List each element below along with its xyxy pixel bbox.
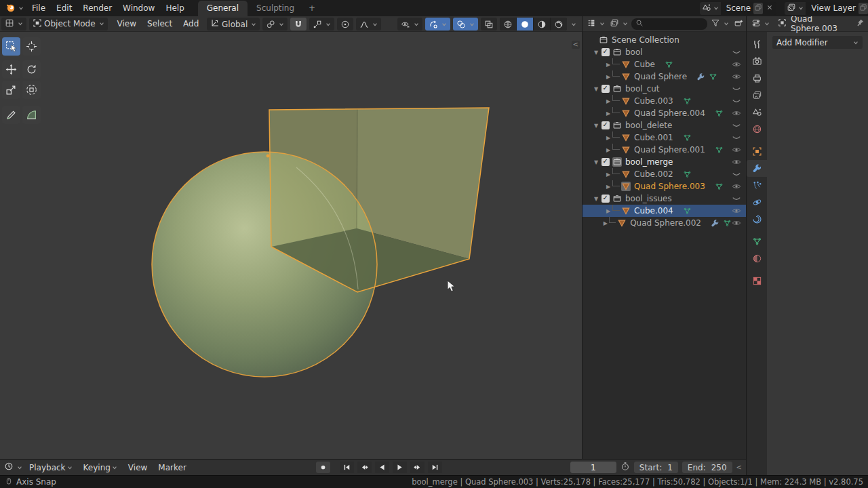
eye-closed-icon[interactable] — [732, 96, 741, 106]
tool-move[interactable] — [2, 60, 20, 79]
outliner-row-cube[interactable]: ▶Cube — [583, 58, 746, 70]
timeline-editor-type-button[interactable] — [3, 461, 24, 474]
timeline-sidebar-toggle[interactable]: < — [736, 464, 742, 471]
properties-tab-output[interactable] — [747, 70, 767, 87]
scene-name-field[interactable]: Scene — [721, 2, 777, 15]
eye-open-icon[interactable] — [732, 145, 741, 155]
visibility-button[interactable] — [397, 18, 422, 30]
timeline-menu-playback[interactable]: Playback — [24, 461, 78, 474]
properties-tab-object[interactable] — [747, 143, 767, 160]
collection-checkbox[interactable] — [601, 158, 610, 166]
jump-to-start-button[interactable] — [340, 462, 354, 473]
collapse-icon[interactable]: ▼ — [592, 86, 600, 92]
outliner-row-cube-004[interactable]: ▶Cube.004 — [583, 205, 746, 217]
editor-type-button[interactable] — [1, 18, 26, 30]
collapse-icon[interactable]: ▼ — [592, 49, 600, 56]
menu-edit[interactable]: Edit — [51, 1, 77, 15]
eye-open-icon[interactable] — [732, 108, 741, 118]
properties-tab-material[interactable] — [747, 250, 767, 267]
outliner-row-cube-003[interactable]: ▶Cube.003 — [583, 95, 746, 107]
eye-open-icon[interactable] — [732, 72, 741, 81]
eye-open-icon[interactable] — [732, 182, 741, 191]
collapse-icon[interactable]: ▼ — [592, 159, 600, 165]
eye-open-icon[interactable] — [732, 157, 741, 167]
eye-closed-icon[interactable] — [732, 169, 741, 179]
timeline-menu-view[interactable]: View — [123, 461, 153, 474]
tool-measure[interactable] — [22, 106, 41, 124]
pin-icon[interactable] — [856, 18, 865, 29]
expand-icon[interactable]: ▶ — [604, 62, 612, 68]
overlays-button[interactable] — [453, 18, 478, 30]
record-button[interactable] — [316, 462, 330, 473]
collapse-icon[interactable]: ▼ — [592, 196, 600, 202]
properties-tab-particles[interactable] — [747, 177, 767, 194]
next-keyframe-button[interactable] — [410, 462, 425, 473]
collection-checkbox[interactable] — [601, 85, 610, 93]
viewport-menu-view[interactable]: View — [112, 17, 142, 30]
outliner-row-quad-sphere[interactable]: ▶Quad Sphere — [583, 70, 746, 83]
frame-start-field[interactable]: Start: 1 — [634, 462, 678, 473]
menu-file[interactable]: File — [26, 1, 51, 15]
view-layer-name-field[interactable]: View Layer — [806, 2, 868, 15]
properties-tab-world[interactable] — [747, 121, 767, 138]
expand-icon[interactable]: ▶ — [604, 74, 612, 80]
workspace-tab-sculpting[interactable]: Sculpting — [248, 1, 303, 16]
expand-icon[interactable]: ▶ — [604, 110, 612, 117]
outliner-search-input[interactable] — [646, 19, 701, 28]
outliner-id-filter-button[interactable] — [608, 18, 629, 30]
properties-tab-tool[interactable] — [747, 36, 767, 53]
outliner-row-cube-002[interactable]: ▶Cube.002 — [583, 168, 746, 180]
frame-end-field[interactable]: End: 250 — [682, 462, 732, 473]
eye-closed-icon[interactable] — [732, 133, 741, 142]
eye-closed-icon[interactable] — [732, 121, 741, 130]
expand-icon[interactable]: ▶ — [602, 220, 610, 226]
collection-checkbox[interactable] — [601, 121, 610, 129]
menu-render[interactable]: Render — [77, 1, 117, 15]
outliner-row-quad-sphere-004[interactable]: ▶Quad Sphere.004 — [583, 107, 746, 119]
tool-annotate[interactable] — [2, 106, 20, 124]
collapse-icon[interactable]: ▼ — [592, 123, 600, 129]
shading-wireframe-button[interactable] — [500, 18, 516, 30]
eye-closed-icon[interactable] — [732, 194, 741, 203]
eye-open-icon[interactable] — [732, 60, 741, 69]
outliner-search[interactable] — [631, 18, 707, 30]
expand-icon[interactable]: ▶ — [604, 147, 612, 153]
properties-tab-physics[interactable] — [747, 194, 767, 211]
expand-icon[interactable]: ▶ — [604, 171, 612, 178]
outliner-row-bool-issues[interactable]: ▼bool_issues — [583, 192, 746, 205]
outliner-display-mode-button[interactable] — [585, 18, 606, 30]
timeline-menu-keying[interactable]: Keying — [78, 461, 123, 474]
outliner-row-bool-delete[interactable]: ▼bool_delete — [583, 119, 746, 131]
shading-rendered-button[interactable] — [551, 18, 567, 30]
snap-target-button[interactable] — [309, 18, 334, 30]
collection-checkbox[interactable] — [601, 195, 610, 203]
transform-orientation-selector[interactable]: Global — [207, 18, 260, 30]
pivot-point-button[interactable] — [262, 18, 288, 30]
outliner-filter-button[interactable] — [709, 18, 730, 30]
properties-tab-view-layer[interactable] — [747, 87, 767, 104]
shading-solid-button[interactable] — [517, 18, 533, 30]
menu-window[interactable]: Window — [117, 1, 160, 15]
shading-material-button[interactable] — [534, 18, 550, 30]
outliner-row-quad-sphere-001[interactable]: ▶Quad Sphere.001 — [583, 144, 746, 156]
timeline-menu-marker[interactable]: Marker — [153, 461, 191, 474]
add-modifier-button[interactable]: Add Modifier — [772, 36, 863, 49]
viewport-menu-select[interactable]: Select — [142, 17, 178, 30]
play-reverse-button[interactable] — [375, 462, 389, 473]
expand-icon[interactable]: ▶ — [604, 98, 612, 104]
add-workspace-button[interactable]: + — [303, 1, 321, 16]
properties-tab-texture[interactable] — [747, 272, 767, 289]
tool-rotate[interactable] — [22, 60, 41, 79]
outliner-row-bool[interactable]: ▼bool — [583, 46, 746, 58]
proportional-editing-button[interactable] — [337, 18, 353, 30]
tool-transform[interactable] — [22, 81, 41, 99]
properties-tab-scene[interactable] — [747, 104, 767, 121]
play-button[interactable] — [393, 462, 407, 473]
expand-icon[interactable]: ▶ — [604, 208, 612, 214]
new-collection-button[interactable] — [732, 18, 745, 30]
outliner-row-quad-sphere-002[interactable]: ▶Quad Sphere.002 — [583, 217, 746, 229]
outliner-row-bool-cut[interactable]: ▼bool_cut — [583, 83, 746, 95]
viewport-canvas[interactable]: < — [0, 32, 582, 459]
properties-tab-render[interactable] — [747, 53, 767, 70]
browse-view-layer-button[interactable] — [785, 2, 806, 15]
